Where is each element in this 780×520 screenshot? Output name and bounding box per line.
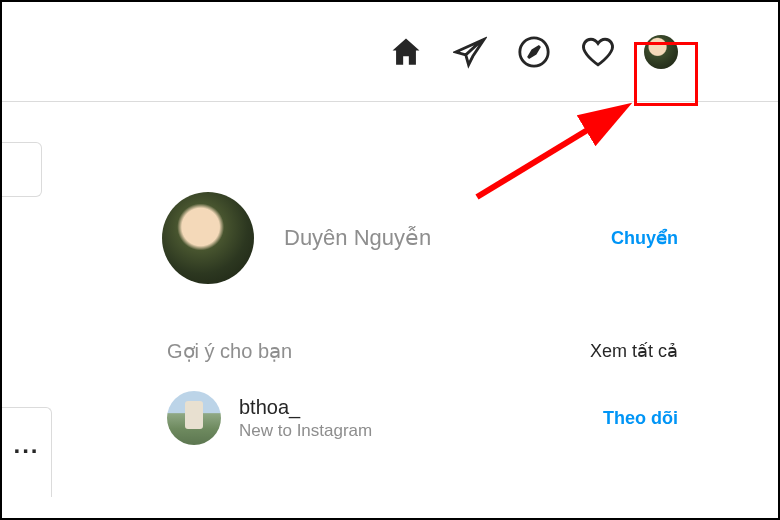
suggestions-header: Gợi ý cho bạn Xem tất cả	[167, 339, 678, 363]
card-edge-fragment	[2, 142, 42, 197]
suggestion-subtitle: New to Instagram	[239, 421, 603, 441]
profile-avatar[interactable]	[644, 35, 678, 69]
top-nav-bar	[2, 2, 778, 102]
suggestion-text: bthoa_ New to Instagram	[239, 396, 603, 441]
current-user-row: Duyên Nguyễn Chuyển	[162, 192, 718, 284]
follow-link[interactable]: Theo dõi	[603, 408, 678, 429]
more-options-icon: ···	[13, 437, 39, 465]
suggestion-item: bthoa_ New to Instagram Theo dõi	[167, 391, 678, 445]
home-icon[interactable]	[388, 34, 424, 70]
explore-icon[interactable]	[516, 34, 552, 70]
current-user-avatar[interactable]	[162, 192, 254, 284]
sidebar-content: Duyên Nguyễn Chuyển Gợi ý cho bạn Xem tấ…	[2, 102, 778, 445]
suggestion-username[interactable]: bthoa_	[239, 396, 603, 419]
more-options-card[interactable]: ···	[2, 407, 52, 497]
activity-icon[interactable]	[580, 34, 616, 70]
suggestion-avatar[interactable]	[167, 391, 221, 445]
current-user-name: Duyên Nguyễn	[284, 225, 611, 251]
see-all-link[interactable]: Xem tất cả	[590, 340, 678, 362]
messages-icon[interactable]	[452, 34, 488, 70]
switch-account-link[interactable]: Chuyển	[611, 227, 678, 249]
suggestions-heading: Gợi ý cho bạn	[167, 339, 292, 363]
